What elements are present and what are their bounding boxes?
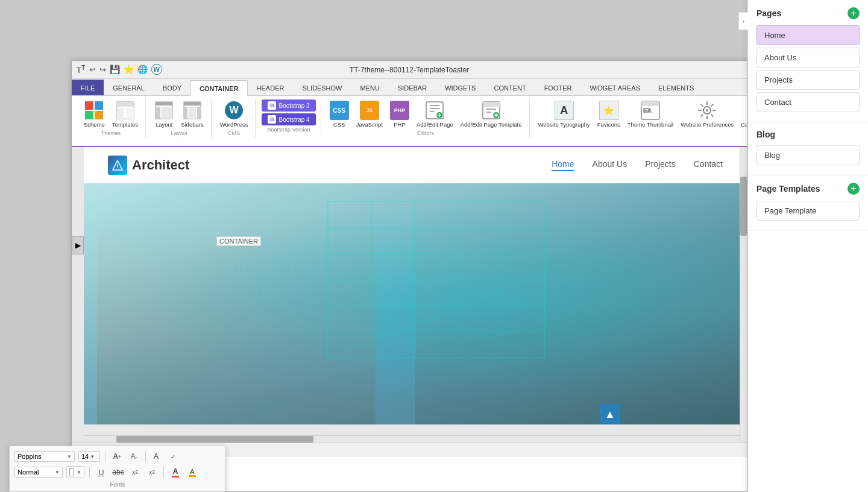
page-item-projects[interactable]: Projects [756, 70, 860, 90]
text-forecolor-button[interactable]: A [169, 465, 182, 479]
scrollbar-thumb-h[interactable] [116, 436, 313, 443]
format-icon[interactable]: TT [77, 64, 86, 75]
blog-item[interactable]: Blog [756, 145, 860, 165]
firefox-icon[interactable]: 🌐 [137, 65, 148, 74]
save-button[interactable]: 💾 [110, 65, 120, 74]
javascript-label: JavaScript [356, 121, 383, 128]
add-page-template-button[interactable]: + [848, 183, 860, 195]
wordpress-icon[interactable]: W [151, 64, 162, 75]
tab-header[interactable]: HEADER [248, 80, 294, 95]
font-family-select[interactable]: Poppins ▼ [14, 451, 75, 462]
color-picker-select[interactable]: ▼ [66, 466, 84, 478]
website-typography-icon: A [555, 101, 574, 120]
tab-menu[interactable]: MENU [351, 80, 388, 95]
ribbon-tabs: FILE GENERAL BODY CONTAINER HEADER SLIDE… [72, 79, 747, 96]
website-typography-button[interactable]: A Website Typography [536, 99, 593, 129]
tab-general[interactable]: GENERAL [104, 80, 154, 95]
tab-slideshow[interactable]: SLIDESHOW [293, 80, 351, 95]
tab-footer[interactable]: FOOTER [535, 80, 581, 95]
website-preferences-label: Website Preferences [681, 121, 734, 128]
javascript-button[interactable]: JS JavaScript [354, 99, 385, 129]
theme-thumbnail-icon [641, 101, 660, 120]
scheme-button[interactable]: Scheme [81, 99, 107, 129]
css-button[interactable]: CSS CSS [327, 99, 351, 129]
undo-button[interactable]: ↩ [89, 65, 96, 74]
templates-label: Templates [112, 121, 138, 128]
tab-sidebar[interactable]: SIDEBAR [389, 80, 436, 95]
bootstrap4-icon: B [268, 115, 276, 124]
font-increase-button[interactable]: A+ [110, 450, 124, 463]
blog-section-header: Blog [756, 130, 860, 139]
redo-button[interactable]: ↪ [99, 65, 106, 74]
wordpress-button[interactable]: W WordPress [218, 99, 251, 129]
nav-projects[interactable]: Projects [645, 159, 676, 171]
css-icon: CSS [330, 101, 349, 120]
scroll-top-button[interactable]: ▲ [600, 404, 620, 424]
sidebars-button[interactable]: Sidebars [178, 99, 206, 129]
tab-widgets[interactable]: WIDGETS [436, 80, 485, 95]
website-preview: Architect Home About Us Projects Contact [84, 147, 747, 424]
svg-rect-14 [184, 107, 187, 119]
tab-file[interactable]: FILE [72, 80, 104, 95]
pages-section-title: Pages [756, 8, 781, 18]
cms-group-label: CMS [228, 130, 240, 136]
layout-items: Layout Sidebars [152, 99, 206, 129]
text-style-select[interactable]: Normal ▼ [14, 467, 63, 478]
bootstrap3-button[interactable]: B Bootstrap 3 [262, 99, 315, 112]
svg-rect-1 [95, 101, 103, 110]
underline-button[interactable]: U [95, 465, 108, 479]
favicons-button[interactable]: ⭐ Favicons [595, 99, 623, 129]
addedit-page-label: Add/Edit Page [417, 121, 453, 128]
wordpress-ribbon-icon: W [224, 101, 244, 120]
tab-body[interactable]: BODY [154, 80, 190, 95]
strikethrough-button[interactable]: abc [112, 465, 125, 479]
color-arrow: ▼ [77, 470, 81, 475]
addedit-page-icon [425, 101, 444, 120]
addedit-template-button[interactable]: Add/Edit Page Template [458, 99, 524, 129]
bootstrap3-label: Bootstrap 3 [278, 102, 309, 109]
star-icon[interactable]: ⭐ [124, 65, 134, 74]
website-preferences-button[interactable]: Website Preferences [678, 99, 736, 129]
nav-home[interactable]: Home [552, 159, 574, 171]
addedit-page-button[interactable]: Add/Edit Page [414, 99, 456, 129]
add-page-button[interactable]: + [848, 7, 860, 19]
cms-items: W WordPress [218, 99, 251, 129]
scrollbar-thumb[interactable] [740, 177, 747, 236]
bootstrap4-button[interactable]: B Bootstrap 4 [262, 113, 315, 125]
panel-collapse-button[interactable]: › [738, 12, 748, 30]
text-color-button[interactable]: A [151, 450, 164, 463]
canvas-arrow-left[interactable]: ▶ [72, 236, 84, 254]
theme-thumbnail-button[interactable]: Theme Thumbnail [625, 99, 676, 129]
page-item-about[interactable]: About Us [756, 48, 860, 68]
ribbon-group-editors: CSS CSS JS JavaScript PHP PHP [322, 98, 530, 137]
website-typography-label: Website Typography [538, 121, 590, 128]
tab-elements[interactable]: ELEMENTS [649, 80, 703, 95]
layout-group-label: Layout [171, 130, 187, 136]
page-item-home[interactable]: Home [756, 25, 860, 45]
editors-group-label: Editors [417, 130, 434, 136]
tab-content[interactable]: CONTENT [485, 80, 535, 95]
subscript-button[interactable]: x2 [128, 465, 142, 479]
themes-items: Scheme Templates [81, 99, 140, 129]
font-size-input[interactable]: 14 ▼ [78, 451, 100, 462]
font-decrease-button[interactable]: A- [127, 450, 140, 463]
highlight-button[interactable]: ✓ [168, 450, 181, 463]
page-item-contact[interactable]: Contact [756, 92, 860, 112]
svg-rect-25 [483, 102, 500, 107]
php-button[interactable]: PHP PHP [388, 99, 412, 129]
superscript-button[interactable]: x2 [145, 465, 159, 479]
tab-widget-areas[interactable]: WIDGET AREAS [580, 80, 649, 95]
ribbon-group-cms: W WordPress CMS [213, 98, 256, 137]
layout-button[interactable]: Layout [152, 99, 176, 129]
text-style-value: Normal [17, 468, 39, 476]
vertical-scrollbar[interactable] [740, 147, 747, 443]
text-backcolor-button[interactable]: A [186, 465, 199, 479]
toolbar-row-2: Normal ▼ ▼ U abc x2 x2 A A [14, 465, 221, 479]
addedit-template-icon [482, 101, 501, 120]
nav-contact[interactable]: Contact [694, 159, 723, 171]
horizontal-scrollbar[interactable] [84, 435, 740, 443]
nav-about[interactable]: About Us [593, 159, 627, 171]
page-template-item[interactable]: Page Template [756, 201, 860, 221]
tab-container[interactable]: CONTAINER [190, 80, 248, 96]
templates-button[interactable]: Templates [110, 99, 140, 129]
